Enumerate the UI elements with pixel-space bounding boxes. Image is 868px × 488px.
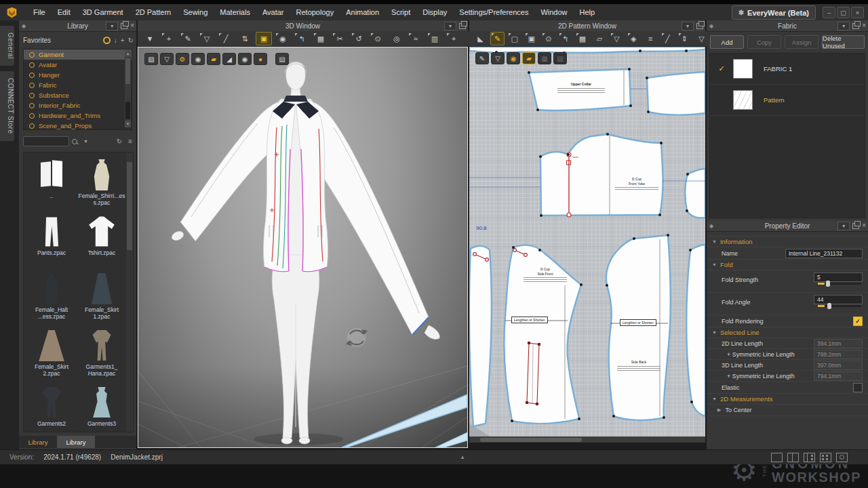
favorite-item-garment[interactable]: Garment xyxy=(24,49,132,60)
delete-unused-button[interactable]: Delete Unused xyxy=(822,35,865,49)
scroll-up-icon[interactable]: ▲ xyxy=(125,50,131,57)
favorite-item-hardware-and-trims[interactable]: Hardware_and_Trims xyxy=(24,110,132,121)
turn-icon[interactable]: ↰ xyxy=(294,32,310,45)
2d-window-dropdown-icon[interactable]: ▼ xyxy=(682,22,694,30)
library-item-garments2[interactable]: Garments2 xyxy=(26,386,77,432)
library-item-[interactable]: .. xyxy=(26,158,77,214)
simulation-gear-icon[interactable]: ⚙ xyxy=(176,53,189,65)
fabric-item-fabric-1[interactable]: ✓FABRIC 1 xyxy=(710,54,865,85)
to-center-row[interactable]: ▶ To Center xyxy=(707,404,868,415)
dart-icon[interactable]: ◈ xyxy=(627,32,641,45)
section-information[interactable]: ▼ Information xyxy=(707,236,868,247)
library-dropdown-icon[interactable]: ▼ xyxy=(106,22,118,30)
menu-retopology[interactable]: Retopology xyxy=(290,4,340,20)
favorite-item-avatar[interactable]: Avatar xyxy=(24,60,132,70)
transform-pattern-icon[interactable]: ✎ xyxy=(490,32,505,45)
info-icon[interactable]: ◉ xyxy=(507,52,520,64)
measure-icon[interactable]: ⇕ xyxy=(677,32,692,45)
library-item-female-skirt-2-zpac[interactable]: Female_Skirt 2.zpac xyxy=(26,329,77,384)
grid2-icon[interactable]: ▦ xyxy=(575,32,589,45)
menu-edit[interactable]: Edit xyxy=(52,4,77,20)
menu-animation[interactable]: Animation xyxy=(340,4,385,20)
pleat-icon[interactable]: ≡ xyxy=(644,32,658,45)
pin2-icon[interactable]: ⊙ xyxy=(541,32,555,45)
fabric-item-pattern[interactable]: Pattern xyxy=(710,85,865,116)
library-tab-1[interactable]: Library xyxy=(57,436,95,448)
pin-icon[interactable]: ⊙ xyxy=(370,32,386,45)
menu-help[interactable]: Help xyxy=(574,4,601,20)
collapse-arrow-icon[interactable]: ▲ xyxy=(460,454,465,460)
minimize-button[interactable]: – xyxy=(823,7,835,18)
2d-pattern-viewport[interactable]: ✎▽◉▰▦▤ xyxy=(469,47,705,443)
scissors-icon[interactable]: ✂ xyxy=(332,32,348,45)
close-button[interactable]: × xyxy=(851,7,864,18)
layout-split-icon[interactable] xyxy=(787,453,799,462)
property-close-icon[interactable]: × xyxy=(862,222,866,229)
edit-pattern-icon[interactable]: ✎ xyxy=(180,32,196,45)
list-view-icon[interactable]: ≡ xyxy=(128,138,132,145)
elastic-checkbox[interactable] xyxy=(853,383,863,392)
menu-2d-pattern[interactable]: 2D Pattern xyxy=(130,4,178,20)
favorite-item-fabric[interactable]: Fabric xyxy=(24,80,132,90)
library-item-garments3[interactable]: Garments3 xyxy=(77,386,127,432)
reload-library-icon[interactable]: ↻ xyxy=(117,138,122,145)
favorite-item-interior-fabric[interactable]: Interior_Fabric xyxy=(24,100,132,110)
library-item-pants-zpac[interactable]: Pants.zpac xyxy=(26,215,77,270)
grid-icon[interactable]: ▦ xyxy=(313,32,329,45)
menu-display[interactable]: Display xyxy=(416,4,453,20)
fabric-float-icon[interactable] xyxy=(852,23,859,29)
import-icon[interactable]: ↓ xyxy=(114,37,117,44)
search-filter-chevron-icon[interactable]: ▼ xyxy=(83,139,88,144)
garment-thumbnail-icon[interactable]: ▧ xyxy=(144,53,158,65)
walk-icon[interactable]: ⌖ xyxy=(446,32,462,45)
fold-strength-slider[interactable] xyxy=(818,283,861,285)
favorite-item-substance[interactable]: Substance xyxy=(24,90,132,100)
select-move-icon[interactable]: + xyxy=(161,32,177,45)
favorites-scrollbar[interactable]: ▲ ▼ xyxy=(125,50,131,127)
2d-window-float-icon[interactable] xyxy=(696,23,703,29)
section-2d-measurements[interactable]: ▼ 2D Measurements xyxy=(707,393,868,404)
swap-garment-icon[interactable]: ⇅ xyxy=(237,32,253,45)
dock-pin-icon[interactable]: ◆ xyxy=(709,23,713,29)
favorites-filter-icon[interactable] xyxy=(103,37,111,44)
disabled-grid-icon[interactable]: ▦ xyxy=(538,52,551,64)
library-item-tshirt-zpac[interactable]: Tshirt.zpac xyxy=(77,215,127,270)
maximize-button[interactable]: ▢ xyxy=(837,7,850,18)
search-icon[interactable] xyxy=(72,139,77,144)
menu-materials[interactable]: Materials xyxy=(214,4,256,20)
close-panel-icon[interactable]: × xyxy=(130,22,134,29)
library-tab-0[interactable]: Library xyxy=(19,436,57,448)
library-item-garments1-hana-zpac[interactable]: Garments1_ Hana.zpac xyxy=(77,329,127,384)
fold-strength-input[interactable]: 5 xyxy=(814,272,863,282)
library-item-female-skirt-1-zpac[interactable]: Female_Skirt 1.zpac xyxy=(77,272,127,327)
dock-pin-icon[interactable]: ◆ xyxy=(22,23,26,29)
corner-select-icon[interactable]: ◣ xyxy=(473,32,488,45)
fold-angle-input[interactable]: 44 xyxy=(814,295,863,304)
fabric-close-icon[interactable]: × xyxy=(862,22,866,29)
scroll-down-icon[interactable]: ▼ xyxy=(125,121,131,127)
rail-tab-general[interactable]: General xyxy=(0,26,14,66)
menu-script[interactable]: Script xyxy=(385,4,416,20)
dock-pin-icon[interactable]: ◆ xyxy=(709,223,713,229)
menu-window[interactable]: Window xyxy=(534,4,573,20)
mannequin-icon[interactable]: ◎ xyxy=(389,32,405,45)
fold-rendering-checkbox[interactable]: ✓ xyxy=(853,317,863,326)
section-fold[interactable]: ▼ Fold xyxy=(707,259,868,270)
library-scrollbar[interactable] xyxy=(126,152,133,432)
library-item-female-shirri-ess-zpac[interactable]: Female_Shirri...ess.zpac xyxy=(77,158,127,214)
seam-icon[interactable]: ╱ xyxy=(660,32,675,45)
window-arrange-icon[interactable]: ▣ xyxy=(256,32,272,45)
3d-window-float-icon[interactable] xyxy=(459,23,466,29)
disabled-arrange-icon[interactable]: ▤ xyxy=(553,52,567,64)
avatar-display-icon[interactable]: ◉ xyxy=(238,53,252,65)
garment-check-icon[interactable]: ▽ xyxy=(491,52,505,64)
layout-single-icon[interactable] xyxy=(771,453,783,462)
menu-avatar[interactable]: Avatar xyxy=(256,4,290,20)
library-search-input[interactable] xyxy=(23,136,69,146)
property-dropdown-icon[interactable]: ▼ xyxy=(837,222,850,230)
texture-folder-icon[interactable]: ▰ xyxy=(522,52,536,64)
favorite-item-scene-and-props[interactable]: Scene_and_Props xyxy=(24,121,132,130)
shoe-icon[interactable]: ◢ xyxy=(222,53,236,65)
library-item-female-halt-ess-zpac[interactable]: Female_Halt ...ess.zpac xyxy=(26,272,77,327)
menu-settings-preferences[interactable]: Settings/Preferences xyxy=(453,4,534,20)
